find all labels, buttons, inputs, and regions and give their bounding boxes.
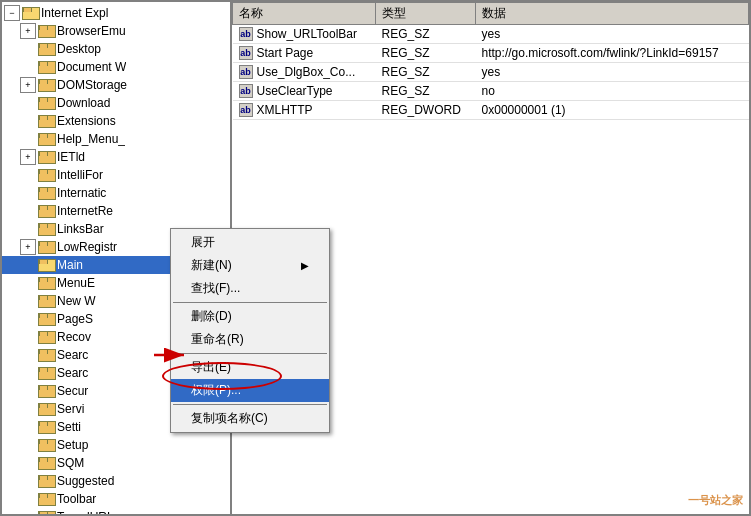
tree-item-HelpMenu[interactable]: Help_Menu_ [2, 130, 230, 148]
menu-item-permissions-label: 权限(P)... [191, 382, 241, 399]
reg-type: REG_SZ [375, 82, 475, 101]
tree-item-InternetRe[interactable]: InternetRe [2, 202, 230, 220]
tree-item-Suggested[interactable]: Suggested [2, 472, 230, 490]
expander [20, 257, 36, 273]
root-expander[interactable] [4, 5, 20, 21]
folder-icon [38, 509, 54, 514]
expander [20, 221, 36, 237]
expander [20, 329, 36, 345]
table-row[interactable]: ab Use_DlgBox_Co... REG_SZ yes [233, 63, 749, 82]
tree-item-BrowserEmu[interactable]: BrowserEmu [2, 22, 230, 40]
folder-icon [38, 275, 54, 291]
root-label: Internet Expl [41, 6, 108, 20]
table-row[interactable]: ab XMLHTTP REG_DWORD 0x00000001 (1) [233, 101, 749, 120]
folder-icon [38, 167, 54, 183]
item-label: Download [57, 96, 110, 110]
reg-data: no [476, 82, 749, 101]
tree-item-Internatic[interactable]: Internatic [2, 184, 230, 202]
folder-icon [38, 59, 54, 75]
item-label: Servi [57, 402, 84, 416]
tree-item-DocumentW[interactable]: Document W [2, 58, 230, 76]
item-label: Toolbar [57, 492, 96, 506]
reg-data: yes [476, 25, 749, 44]
menu-item-export[interactable]: 导出(E) [171, 356, 329, 379]
watermark: 一号站之家 [688, 493, 743, 508]
expander [20, 437, 36, 453]
item-label: Extensions [57, 114, 116, 128]
menu-item-new[interactable]: 新建(N) ▶ [171, 254, 329, 277]
col-data: 数据 [476, 3, 749, 25]
tree-item-SQM[interactable]: SQM [2, 454, 230, 472]
menu-item-find-label: 查找(F)... [191, 280, 240, 297]
item-label: Suggested [57, 474, 114, 488]
item-label: InternetRe [57, 204, 113, 218]
expander [20, 383, 36, 399]
item-label: Internatic [57, 186, 106, 200]
tree-item-IETld[interactable]: IETld [2, 148, 230, 166]
tree-item-DOMStorage[interactable]: DOMStorage [2, 76, 230, 94]
watermark-text: 一号站之家 [688, 494, 743, 506]
tree-item-Toolbar[interactable]: Toolbar [2, 490, 230, 508]
reg-data: yes [476, 63, 749, 82]
reg-type-icon: ab [239, 27, 253, 41]
expander [20, 113, 36, 129]
folder-icon [38, 329, 54, 345]
folder-icon [38, 221, 54, 237]
red-arrow-annotation [152, 345, 192, 368]
root-folder-icon [22, 5, 38, 21]
folder-icon [38, 41, 54, 57]
tree-item-Setup[interactable]: Setup [2, 436, 230, 454]
menu-item-expand[interactable]: 展开 [171, 231, 329, 254]
expander [20, 203, 36, 219]
context-menu: 展开 新建(N) ▶ 查找(F)... 删除(D) 重命名(R) 导出(E) 权… [170, 228, 330, 433]
expander[interactable] [20, 149, 36, 165]
folder-icon [38, 491, 54, 507]
menu-item-delete[interactable]: 删除(D) [171, 305, 329, 328]
expander[interactable] [20, 239, 36, 255]
expander [20, 347, 36, 363]
reg-name: ab Show_URLToolBar [233, 25, 376, 44]
item-label: TypedURLs [57, 510, 120, 514]
menu-item-rename[interactable]: 重命名(R) [171, 328, 329, 351]
table-row[interactable]: ab UseClearType REG_SZ no [233, 82, 749, 101]
expander[interactable] [20, 77, 36, 93]
tree-item-Desktop[interactable]: Desktop [2, 40, 230, 58]
item-label: New W [57, 294, 96, 308]
reg-type-icon: ab [239, 84, 253, 98]
menu-separator-2 [173, 353, 327, 354]
expander [20, 275, 36, 291]
menu-item-new-label: 新建(N) [191, 257, 232, 274]
expander[interactable] [20, 23, 36, 39]
folder-icon [38, 419, 54, 435]
registry-table: 名称 类型 数据 ab Show_URLToolBar REG_SZ yes [232, 2, 749, 120]
tree-item-TypedURLs[interactable]: TypedURLs [2, 508, 230, 514]
folder-icon [38, 185, 54, 201]
expander [20, 401, 36, 417]
menu-item-copyname-label: 复制项名称(C) [191, 410, 268, 427]
reg-type: REG_DWORD [375, 101, 475, 120]
menu-item-rename-label: 重命名(R) [191, 331, 244, 348]
folder-icon [38, 437, 54, 453]
item-label: Secur [57, 384, 88, 398]
table-row[interactable]: ab Start Page REG_SZ http://go.microsoft… [233, 44, 749, 63]
expander [20, 95, 36, 111]
tree-item-Extensions[interactable]: Extensions [2, 112, 230, 130]
folder-icon [38, 365, 54, 381]
menu-item-permissions[interactable]: 权限(P)... [171, 379, 329, 402]
table-row[interactable]: ab Show_URLToolBar REG_SZ yes [233, 25, 749, 44]
tree-item-Download[interactable]: Download [2, 94, 230, 112]
expander [20, 473, 36, 489]
menu-item-find[interactable]: 查找(F)... [171, 277, 329, 300]
folder-icon [38, 347, 54, 363]
menu-item-export-label: 导出(E) [191, 359, 231, 376]
folder-icon [38, 77, 54, 93]
folder-icon [38, 203, 54, 219]
folder-icon [38, 473, 54, 489]
tree-item-IntelliFor[interactable]: IntelliFor [2, 166, 230, 184]
tree-root-item[interactable]: Internet Expl [2, 4, 230, 22]
menu-item-copyname[interactable]: 复制项名称(C) [171, 407, 329, 430]
item-label: DOMStorage [57, 78, 127, 92]
expander [20, 509, 36, 514]
item-label: PageS [57, 312, 93, 326]
menu-separator-1 [173, 302, 327, 303]
